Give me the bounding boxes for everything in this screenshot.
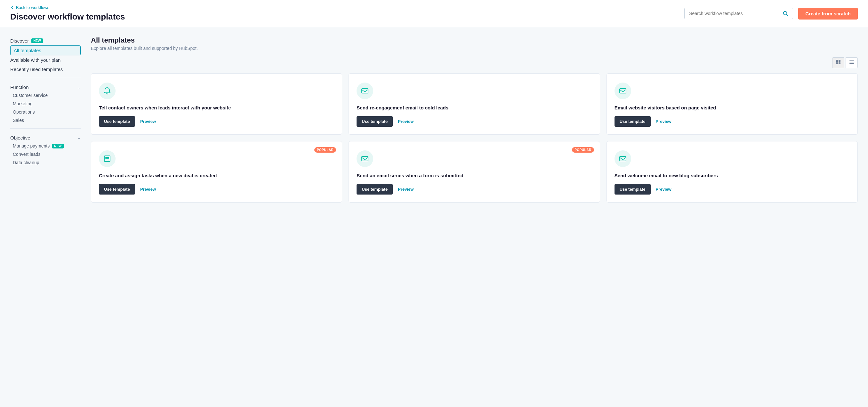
template-actions-4: Use template Preview bbox=[99, 184, 334, 194]
template-icon-circle-5 bbox=[356, 150, 373, 167]
svg-rect-11 bbox=[362, 156, 368, 161]
sidebar-manage-payments-label: Manage payments bbox=[13, 143, 50, 149]
view-controls bbox=[91, 57, 858, 68]
sidebar-item-sales[interactable]: Sales bbox=[10, 116, 81, 124]
preview-button-4[interactable]: Preview bbox=[140, 187, 156, 192]
header-left: Back to workflows Discover workflow temp… bbox=[10, 5, 125, 22]
sidebar: Discover NEW All templates Available wit… bbox=[10, 36, 81, 202]
template-icon-circle-3 bbox=[615, 83, 631, 99]
template-card-3: Email website visitors based on page vis… bbox=[607, 73, 858, 135]
content-header: All templates Explore all templates buil… bbox=[91, 36, 858, 51]
preview-button-2[interactable]: Preview bbox=[398, 119, 413, 124]
back-label: Back to workflows bbox=[16, 5, 49, 10]
create-from-scratch-button[interactable]: Create from scratch bbox=[798, 8, 858, 20]
use-template-button-4[interactable]: Use template bbox=[99, 184, 135, 194]
sidebar-item-manage-payments[interactable]: Manage payments NEW bbox=[10, 142, 81, 150]
search-icon bbox=[782, 10, 788, 16]
sidebar-divider-1 bbox=[10, 78, 81, 78]
template-card-5: POPULAR Send an email series when a form… bbox=[348, 141, 600, 202]
sidebar-item-customer-service[interactable]: Customer service bbox=[10, 91, 81, 99]
grid-view-button[interactable] bbox=[832, 57, 844, 68]
preview-button-6[interactable]: Preview bbox=[656, 187, 672, 192]
template-actions-6: Use template Preview bbox=[615, 184, 850, 194]
grid-icon bbox=[836, 60, 841, 65]
sidebar-marketing-label: Marketing bbox=[13, 101, 32, 106]
template-icon-circle-2 bbox=[356, 83, 373, 99]
use-template-button-3[interactable]: Use template bbox=[615, 116, 651, 127]
template-title-3: Email website visitors based on page vis… bbox=[615, 104, 850, 111]
template-icon-circle-1 bbox=[99, 83, 116, 99]
template-card-2: Send re-engagement email to cold leads U… bbox=[348, 73, 600, 135]
template-actions-1: Use template Preview bbox=[99, 116, 334, 127]
content-area: All templates Explore all templates buil… bbox=[91, 36, 858, 202]
template-card-4: POPULAR Create and assign tasks when a n… bbox=[91, 141, 342, 202]
svg-rect-5 bbox=[849, 60, 854, 61]
sidebar-divider-2 bbox=[10, 128, 81, 129]
template-actions-5: Use template Preview bbox=[356, 184, 592, 194]
template-title-5: Send an email series when a form is subm… bbox=[356, 172, 592, 179]
template-actions-2: Use template Preview bbox=[356, 116, 592, 127]
template-icon-circle-4 bbox=[99, 150, 116, 167]
page-title: Discover workflow templates bbox=[10, 12, 125, 22]
content-subtitle: Explore all templates built and supporte… bbox=[91, 46, 858, 51]
back-link[interactable]: Back to workflows bbox=[10, 5, 125, 10]
template-card-1: Tell contact owners when leads interact … bbox=[91, 73, 342, 135]
sidebar-available-plan-label: Available with your plan bbox=[10, 57, 61, 63]
sidebar-item-available-plan[interactable]: Available with your plan bbox=[10, 55, 81, 65]
template-title-6: Send welcome email to new blog subscribe… bbox=[615, 172, 850, 179]
svg-rect-8 bbox=[362, 89, 368, 93]
template-card-6: Send welcome email to new blog subscribe… bbox=[607, 141, 858, 202]
sidebar-item-convert-leads[interactable]: Convert leads bbox=[10, 150, 81, 158]
sidebar-item-discover[interactable]: Discover NEW bbox=[10, 36, 81, 45]
template-title-2: Send re-engagement email to cold leads bbox=[356, 104, 592, 111]
svg-rect-7 bbox=[849, 63, 854, 64]
sidebar-item-marketing[interactable]: Marketing bbox=[10, 99, 81, 108]
preview-button-5[interactable]: Preview bbox=[398, 187, 413, 192]
sidebar-discover-badge: NEW bbox=[31, 38, 42, 43]
svg-rect-1 bbox=[836, 60, 838, 62]
sidebar-function-header[interactable]: Function ⌄ bbox=[10, 82, 81, 91]
svg-rect-2 bbox=[839, 60, 840, 62]
svg-rect-12 bbox=[620, 156, 626, 161]
sidebar-all-templates-label: All templates bbox=[14, 48, 41, 53]
sidebar-customer-service-label: Customer service bbox=[13, 93, 48, 98]
sidebar-manage-payments-badge: NEW bbox=[52, 144, 63, 149]
sidebar-data-cleanup-label: Data cleanup bbox=[13, 160, 39, 165]
popular-badge: POPULAR bbox=[572, 147, 594, 153]
templates-grid: Tell contact owners when leads interact … bbox=[91, 73, 858, 202]
sidebar-item-all-templates[interactable]: All templates bbox=[10, 45, 81, 55]
search-input[interactable] bbox=[689, 11, 780, 16]
chevron-down-icon: ⌄ bbox=[78, 85, 81, 90]
page-header: Back to workflows Discover workflow temp… bbox=[0, 0, 868, 27]
use-template-button-1[interactable]: Use template bbox=[99, 116, 135, 127]
svg-rect-9 bbox=[620, 89, 626, 93]
use-template-button-6[interactable]: Use template bbox=[615, 184, 651, 194]
sidebar-function-label: Function bbox=[10, 85, 29, 90]
popular-badge: POPULAR bbox=[314, 147, 336, 153]
sidebar-recently-used-label: Recently used templates bbox=[10, 67, 63, 72]
list-icon bbox=[849, 60, 854, 65]
sidebar-item-data-cleanup[interactable]: Data cleanup bbox=[10, 158, 81, 167]
sidebar-operations-label: Operations bbox=[13, 109, 35, 115]
list-view-button[interactable] bbox=[846, 57, 858, 68]
sidebar-convert-leads-label: Convert leads bbox=[13, 152, 40, 157]
search-box bbox=[684, 8, 793, 19]
sidebar-discover-label: Discover bbox=[10, 38, 29, 43]
chevron-left-icon bbox=[10, 6, 14, 9]
template-title-4: Create and assign tasks when a new deal … bbox=[99, 172, 334, 179]
svg-point-0 bbox=[783, 11, 787, 15]
svg-rect-4 bbox=[839, 62, 840, 64]
use-template-button-2[interactable]: Use template bbox=[356, 116, 393, 127]
svg-rect-6 bbox=[849, 62, 854, 62]
preview-button-1[interactable]: Preview bbox=[140, 119, 156, 124]
sidebar-objective-label: Objective bbox=[10, 135, 30, 140]
preview-button-3[interactable]: Preview bbox=[656, 119, 672, 124]
main-container: Discover NEW All templates Available wit… bbox=[0, 27, 868, 212]
template-actions-3: Use template Preview bbox=[615, 116, 850, 127]
sidebar-item-recently-used[interactable]: Recently used templates bbox=[10, 65, 81, 74]
sidebar-item-operations[interactable]: Operations bbox=[10, 108, 81, 116]
use-template-button-5[interactable]: Use template bbox=[356, 184, 393, 194]
header-right: Create from scratch bbox=[684, 8, 858, 20]
svg-rect-3 bbox=[836, 62, 838, 64]
sidebar-objective-header[interactable]: Objective ⌄ bbox=[10, 132, 81, 142]
